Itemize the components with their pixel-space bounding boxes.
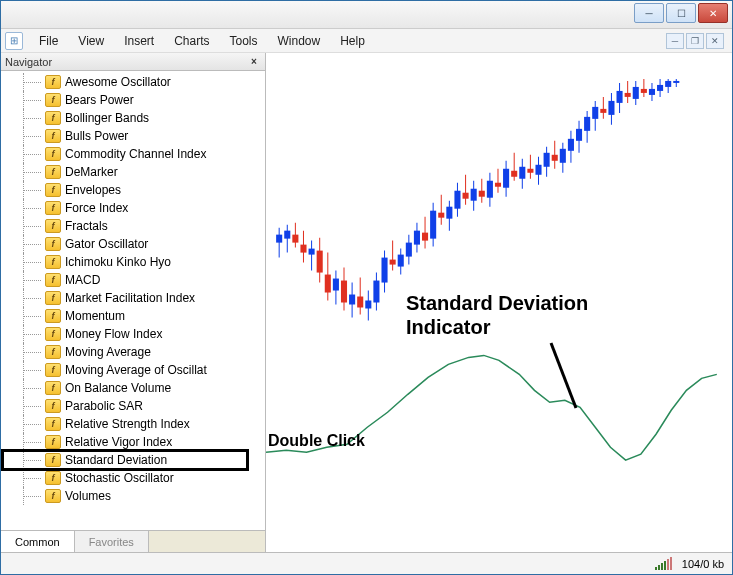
menu-charts[interactable]: Charts xyxy=(164,32,219,50)
indicator-icon: f xyxy=(45,183,61,197)
svg-rect-3 xyxy=(284,231,290,239)
tree-item[interactable]: fDeMarker xyxy=(1,163,265,181)
indicator-icon: f xyxy=(45,417,61,431)
tree-item[interactable]: fRelative Strength Index xyxy=(1,415,265,433)
navigator-close-button[interactable]: × xyxy=(247,55,261,69)
svg-rect-53 xyxy=(487,181,493,198)
menu-help[interactable]: Help xyxy=(330,32,375,50)
child-minimize-button[interactable]: ─ xyxy=(666,33,684,49)
tree-item[interactable]: fGator Oscillator xyxy=(1,235,265,253)
tree-item-label: MACD xyxy=(65,273,100,287)
svg-rect-79 xyxy=(592,107,598,119)
child-restore-button[interactable]: ❐ xyxy=(686,33,704,49)
indicator-icon: f xyxy=(45,75,61,89)
tree-item[interactable]: fRelative Vigor Index xyxy=(1,433,265,451)
tree-item[interactable]: fMarket Facilitation Index xyxy=(1,289,265,307)
status-kb: 104/0 kb xyxy=(682,558,724,570)
tree-item[interactable]: fMoving Average of Oscillat xyxy=(1,361,265,379)
tree-item-label: Gator Oscillator xyxy=(65,237,148,251)
menu-tools[interactable]: Tools xyxy=(220,32,268,50)
indicator-icon: f xyxy=(45,93,61,107)
tree-item-label: Bulls Power xyxy=(65,129,128,143)
svg-rect-57 xyxy=(503,169,509,188)
indicator-icon: f xyxy=(45,381,61,395)
svg-rect-27 xyxy=(381,258,387,283)
svg-rect-67 xyxy=(544,153,550,167)
tree-item[interactable]: fStochastic Oscillator xyxy=(1,469,265,487)
indicator-icon: f xyxy=(45,129,61,143)
indicator-icon: f xyxy=(45,309,61,323)
svg-rect-89 xyxy=(633,87,639,99)
tree-item-label: Ichimoku Kinko Hyo xyxy=(65,255,171,269)
svg-rect-7 xyxy=(300,245,306,253)
svg-rect-29 xyxy=(390,260,396,265)
tree-item-label: Commodity Channel Index xyxy=(65,147,206,161)
maximize-button[interactable]: ☐ xyxy=(666,3,696,23)
tree-item[interactable]: fStandard Deviation xyxy=(1,451,265,469)
svg-rect-23 xyxy=(365,301,371,309)
tree-item[interactable]: fOn Balance Volume xyxy=(1,379,265,397)
tree-item[interactable]: fMomentum xyxy=(1,307,265,325)
tree-item[interactable]: fBears Power xyxy=(1,91,265,109)
tree-item[interactable]: fFractals xyxy=(1,217,265,235)
svg-rect-35 xyxy=(414,231,420,245)
tree-item[interactable]: fCommodity Channel Index xyxy=(1,145,265,163)
tree-item-label: Fractals xyxy=(65,219,108,233)
indicator-icon: f xyxy=(45,471,61,485)
indicator-icon: f xyxy=(45,345,61,359)
tree-item-label: DeMarker xyxy=(65,165,118,179)
navigator-tree[interactable]: fAwesome OscillatorfBears PowerfBollinge… xyxy=(1,71,265,530)
svg-rect-63 xyxy=(527,169,533,173)
tab-common[interactable]: Common xyxy=(1,530,75,552)
tree-item-label: Momentum xyxy=(65,309,125,323)
svg-rect-25 xyxy=(373,281,379,303)
svg-rect-45 xyxy=(454,191,460,209)
tree-item-label: Money Flow Index xyxy=(65,327,162,341)
workspace: Navigator × fAwesome OscillatorfBears Po… xyxy=(1,53,732,552)
tree-item[interactable]: fIchimoku Kinko Hyo xyxy=(1,253,265,271)
svg-rect-93 xyxy=(649,89,655,95)
tree-item-label: Market Facilitation Index xyxy=(65,291,195,305)
tree-item-label: On Balance Volume xyxy=(65,381,171,395)
minimize-button[interactable]: ─ xyxy=(634,3,664,23)
child-close-button[interactable]: ✕ xyxy=(706,33,724,49)
tree-item[interactable]: fForce Index xyxy=(1,199,265,217)
svg-rect-83 xyxy=(608,101,614,115)
tree-item[interactable]: fBollinger Bands xyxy=(1,109,265,127)
tree-item[interactable]: fMACD xyxy=(1,271,265,289)
tree-item[interactable]: fAwesome Oscillator xyxy=(1,73,265,91)
tree-item-label: Relative Vigor Index xyxy=(65,435,172,449)
menu-insert[interactable]: Insert xyxy=(114,32,164,50)
svg-rect-21 xyxy=(357,297,363,308)
tree-item-label: Relative Strength Index xyxy=(65,417,190,431)
connection-signal-icon xyxy=(655,558,672,570)
tree-item[interactable]: fVolumes xyxy=(1,487,265,505)
svg-rect-15 xyxy=(333,279,339,291)
svg-rect-91 xyxy=(641,89,647,93)
menu-window[interactable]: Window xyxy=(268,32,331,50)
svg-rect-95 xyxy=(657,85,663,91)
menu-file[interactable]: File xyxy=(29,32,68,50)
indicator-icon: f xyxy=(45,489,61,503)
svg-rect-85 xyxy=(617,91,623,103)
tree-item[interactable]: fParabolic SAR xyxy=(1,397,265,415)
titlebar: ─ ☐ ✕ xyxy=(1,1,732,29)
svg-rect-1 xyxy=(276,235,282,243)
menu-view[interactable]: View xyxy=(68,32,114,50)
app-icon: ⊞ xyxy=(5,32,23,50)
tree-item[interactable]: fBulls Power xyxy=(1,127,265,145)
tree-item-label: Bears Power xyxy=(65,93,134,107)
tree-item[interactable]: fEnvelopes xyxy=(1,181,265,199)
tab-favorites[interactable]: Favorites xyxy=(75,531,149,552)
indicator-icon: f xyxy=(45,453,61,467)
indicator-icon: f xyxy=(45,201,61,215)
tree-item[interactable]: fMoving Average xyxy=(1,343,265,361)
app-window: ─ ☐ ✕ ⊞ FileViewInsertChartsToolsWindowH… xyxy=(0,0,733,575)
indicator-icon: f xyxy=(45,291,61,305)
chart-canvas xyxy=(266,53,732,552)
tree-item[interactable]: fMoney Flow Index xyxy=(1,325,265,343)
chart-area[interactable]: Standard Deviation Indicator Double Clic… xyxy=(266,53,732,552)
navigator-tabs: Common Favorites xyxy=(1,530,265,552)
menubar: ⊞ FileViewInsertChartsToolsWindowHelp ─ … xyxy=(1,29,732,53)
close-button[interactable]: ✕ xyxy=(698,3,728,23)
